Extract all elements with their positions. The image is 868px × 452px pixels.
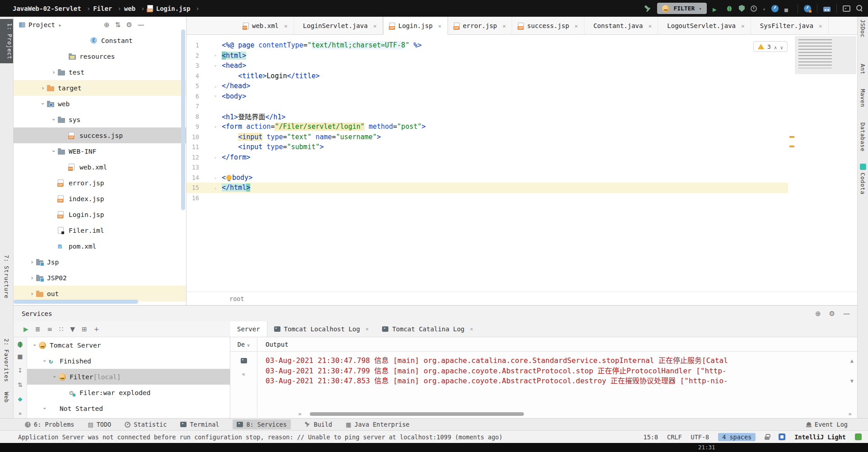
project-tree-item[interactable]: web.xml [14, 159, 186, 175]
close-tab-icon[interactable]: × [284, 23, 288, 29]
close-tab-icon[interactable]: × [438, 23, 442, 29]
chevron-expanded-icon[interactable]: › [42, 405, 48, 413]
warning-stripe-mark[interactable] [789, 146, 794, 147]
debug-bug-icon[interactable] [18, 342, 23, 347]
chevron-expanded-icon[interactable]: › [32, 341, 38, 349]
prev-warning-icon[interactable] [774, 42, 777, 51]
project-tree-item[interactable]: Constant [14, 33, 186, 48]
editor-tab-success-jsp[interactable]: success.jsp× [512, 17, 584, 35]
services-tree-item[interactable]: ›Finished [27, 353, 230, 369]
intention-bulb-icon[interactable] [226, 175, 232, 180]
breadcrumb-item[interactable]: root [229, 295, 244, 302]
group-by-icon[interactable]: ∷ [59, 325, 63, 333]
next-warning-icon[interactable] [780, 42, 783, 51]
project-tree-item[interactable]: ›test [14, 64, 186, 80]
lock-icon[interactable] [765, 434, 770, 440]
console-horizontal-scrollbar[interactable] [310, 412, 524, 416]
chevron-collapsed-icon[interactable]: › [50, 69, 58, 75]
project-tree-item[interactable]: ›web [14, 96, 186, 112]
stripe-item-maven[interactable]: Maven [859, 89, 866, 107]
editor-tab-web-xml[interactable]: web.xml× [237, 17, 294, 35]
run-button[interactable] [713, 5, 720, 12]
filter-icon[interactable]: ▼ [70, 325, 75, 333]
console-tab-tomcat-catalina-log[interactable]: Tomcat Catalina Log× [375, 321, 480, 337]
plugin-green-icon[interactable] [855, 433, 862, 440]
profiler-gauge-icon[interactable] [771, 5, 779, 12]
console-tab-server[interactable]: Server [230, 321, 267, 337]
project-panel-title[interactable]: Project [28, 21, 55, 28]
chevron-collapsed-icon[interactable]: › [28, 274, 36, 281]
project-tree-item[interactable]: ›target [14, 80, 186, 96]
close-tab-icon[interactable]: × [819, 23, 822, 29]
coverage-button[interactable] [739, 5, 745, 12]
build-hammer-icon[interactable] [644, 5, 651, 12]
project-vertical-scrollbar[interactable] [181, 29, 185, 210]
fold-marker-icon[interactable]: ▵ [203, 84, 220, 89]
chevron-down-icon[interactable] [58, 21, 61, 28]
toolwindow-button-statistic[interactable]: Statistic [125, 419, 167, 429]
toolwindow-button-build[interactable]: Build [304, 419, 332, 429]
fold-marker-icon[interactable]: ▵ [203, 155, 220, 160]
services-tree-item[interactable]: ›Tomcat Server [27, 337, 230, 353]
breadcrumb-item[interactable]: Filer [93, 5, 121, 12]
project-tree-item[interactable]: ›Jsp [14, 254, 186, 270]
encoding-widget[interactable]: UTF-8 [691, 433, 709, 441]
chevron-collapsed-icon[interactable]: › [28, 290, 36, 297]
fold-marker-icon[interactable]: ▿ [203, 124, 220, 129]
scroll-to-end-icon[interactable]: ↧ [18, 367, 23, 375]
chevron-expanded-icon[interactable]: › [40, 100, 47, 108]
project-tree-item[interactable]: resources [14, 48, 186, 64]
editor-tab-sysfilter-java[interactable]: SysFilter.java× [751, 17, 829, 35]
scroll-down-icon[interactable]: ▼ [850, 378, 854, 384]
services-tree-item[interactable]: ›Filter [local] [27, 369, 230, 385]
inspections-widget[interactable]: 3 [753, 41, 788, 52]
close-tab-icon[interactable]: × [503, 23, 506, 29]
more-chevrons-icon[interactable]: » [298, 410, 302, 417]
stop-button[interactable] [784, 5, 792, 12]
add-frame-icon[interactable]: ⊞ [82, 325, 87, 333]
caret-position-widget[interactable]: 15:8 [644, 433, 658, 441]
services-tree-item[interactable]: Filer:war exploded [27, 385, 230, 400]
line-separator-widget[interactable]: CRLF [667, 433, 682, 441]
breadcrumb-item[interactable]: web [124, 5, 145, 12]
close-tab-icon[interactable]: × [365, 326, 369, 332]
close-tab-icon[interactable]: × [574, 23, 578, 29]
project-tree-item[interactable]: ›WEB-INF [14, 143, 186, 159]
breadcrumb-item[interactable]: Login.jsp [147, 5, 199, 12]
stripe-item-1-project[interactable]: 1: Project [0, 19, 13, 63]
project-tree-item[interactable]: Login.jsp [14, 207, 186, 222]
codota-icon[interactable] [860, 164, 866, 170]
more-chevrons-icon[interactable]: » [848, 410, 852, 417]
services-settings-gear-icon[interactable]: ⚙ [829, 310, 835, 318]
project-tree-item[interactable]: index.jsp [14, 191, 186, 207]
chevron-expanded-icon[interactable]: › [51, 116, 57, 124]
fold-marker-icon[interactable]: ▿ [203, 63, 220, 68]
indent-widget[interactable]: 4 spaces [718, 433, 756, 441]
chevron-down-icon[interactable] [763, 4, 765, 13]
toolwindow-button-java-enterprise[interactable]: ▦Java Enterprise [345, 419, 409, 429]
run-icon[interactable]: ▶ [23, 325, 28, 333]
project-structure-icon[interactable] [823, 5, 831, 12]
toolwindow-button-terminal[interactable]: Terminal [180, 419, 219, 429]
log-level-filter[interactable]: De [230, 337, 257, 351]
run-config-select[interactable]: FILTER [657, 3, 707, 14]
chevron-collapsed-icon[interactable]: › [28, 259, 36, 265]
sort-icon[interactable]: ⇅ [18, 381, 23, 390]
code-editor[interactable]: 1<%@ page contentType="text/html;charset… [187, 35, 857, 292]
project-tree-item[interactable]: error.jsp [14, 175, 186, 191]
project-collapse-all-icon[interactable]: ⇅ [115, 21, 121, 29]
services-locate-icon[interactable]: ⊕ [815, 310, 821, 318]
services-tree[interactable]: ›Tomcat Server›Finished›Filter [local]Fi… [27, 337, 230, 418]
stripe-item-database[interactable]: Database [859, 122, 866, 151]
console-icon[interactable] [241, 358, 247, 363]
project-horizontal-scrollbar[interactable] [14, 300, 138, 304]
project-hide-panel-icon[interactable]: — [138, 21, 145, 29]
chevron-expanded-icon[interactable]: › [42, 357, 48, 365]
toolwindow-button-6-problems[interactable]: 6: Problems [25, 419, 74, 429]
event-log-button[interactable]: Event Log [806, 421, 848, 428]
warning-stripe-mark[interactable] [789, 136, 794, 138]
monitor-gauge-icon[interactable] [804, 5, 811, 12]
console-tab-tomcat-localhost-log[interactable]: Tomcat Localhost Log× [267, 321, 376, 337]
chevron-expanded-icon[interactable]: › [51, 373, 58, 381]
scroll-up-icon[interactable]: ▲ [850, 358, 854, 364]
